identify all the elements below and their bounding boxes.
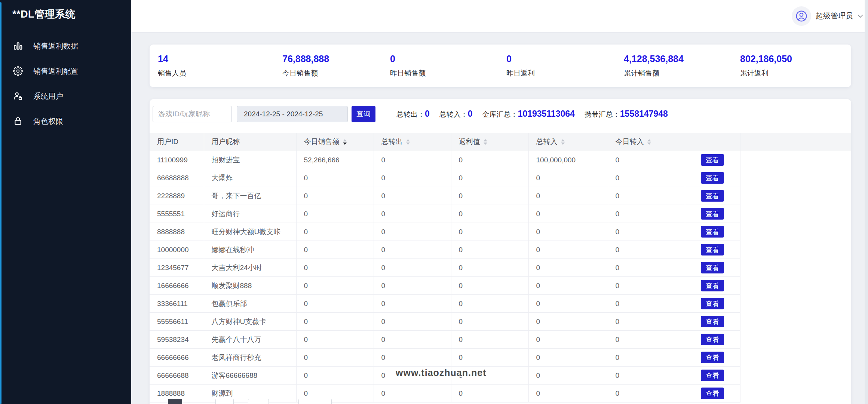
- cell-user-id: 16666666: [150, 277, 204, 295]
- cell-user-id: 8888888: [150, 223, 204, 241]
- cell-action: 查看: [685, 241, 740, 259]
- cell-nickname: 八方财神U支薇卡: [204, 313, 296, 331]
- user-avatar-icon: [795, 10, 807, 22]
- column-header[interactable]: 返利值: [451, 133, 528, 151]
- search-input[interactable]: [153, 106, 232, 122]
- summary-item: 总转出：0: [396, 109, 430, 119]
- cell-nickname: 游客66666688: [204, 367, 296, 385]
- cell-action: 查看: [685, 277, 740, 295]
- cell-action: 查看: [685, 205, 740, 223]
- cell-action: 查看: [685, 151, 740, 169]
- lock-icon: [13, 116, 23, 126]
- stat-label: 昨日返利: [506, 68, 535, 78]
- topbar: 超级管理员: [131, 0, 868, 32]
- date-range-input[interactable]: 2024-12-25 - 2024-12-25: [237, 106, 348, 122]
- view-button[interactable]: 查看: [701, 208, 724, 220]
- view-button[interactable]: 查看: [701, 316, 724, 327]
- cell-total-out: 0: [374, 313, 451, 331]
- cell-total-in: 0: [528, 169, 608, 187]
- cell-today-in: 0: [608, 169, 685, 187]
- column-header-label: 今日销售额: [304, 138, 340, 146]
- cell-rebate: 0: [451, 169, 528, 187]
- view-button[interactable]: 查看: [701, 352, 724, 363]
- stat-item: 76,888,888今日销售额: [282, 53, 329, 78]
- query-button[interactable]: 查询: [352, 106, 375, 122]
- view-button[interactable]: 查看: [701, 334, 724, 345]
- table-row: 11100999招财进宝52,266,66600100,000,0000查看: [150, 151, 851, 169]
- view-button[interactable]: 查看: [701, 226, 724, 238]
- user-name: 超级管理员: [816, 11, 853, 21]
- pagination-page-size-select[interactable]: [298, 399, 332, 404]
- summary-bar: 总转出：0总转入：0金库汇总：101935113064携带汇总：15581479…: [396, 106, 668, 122]
- cell-rebate: 0: [451, 205, 528, 223]
- summary-value: 0: [425, 109, 430, 119]
- summary-label: 总转出：: [396, 110, 425, 118]
- user-menu[interactable]: 超级管理员: [792, 0, 865, 32]
- sort-carets-icon[interactable]: [647, 139, 651, 145]
- cell-empty: [740, 187, 851, 205]
- stat-value: 14: [158, 53, 186, 64]
- cell-today-in: 0: [608, 295, 685, 313]
- column-header[interactable]: 今日销售额: [296, 133, 374, 151]
- view-button[interactable]: 查看: [701, 262, 724, 273]
- column-header-label: 今日转入: [616, 138, 644, 146]
- stat-label: 销售人员: [158, 68, 186, 78]
- view-button[interactable]: 查看: [701, 154, 724, 166]
- pagination-button[interactable]: [248, 399, 269, 404]
- scrollbar[interactable]: [865, 0, 868, 404]
- cell-total-out: 0: [374, 187, 451, 205]
- cell-action: 查看: [685, 169, 740, 187]
- cell-today-in: 0: [608, 331, 685, 349]
- cell-today-sales: 0: [296, 313, 374, 331]
- pagination-active-page-button[interactable]: [168, 399, 182, 404]
- table-row: 55556611八方财神U支薇卡00000查看: [150, 313, 851, 331]
- summary-label: 携带汇总：: [585, 110, 620, 118]
- table-row: 8888888旺分财神大额U微支咔00000查看: [150, 223, 851, 241]
- cell-rebate: 0: [451, 259, 528, 277]
- table-row: 66666688游客6666668800000查看: [150, 367, 851, 385]
- cell-today-sales: 0: [296, 223, 374, 241]
- sidebar-item[interactable]: 角色权限: [0, 113, 131, 129]
- stat-value: 802,186,050: [740, 53, 792, 64]
- cell-total-in: 0: [528, 313, 608, 331]
- cell-action: 查看: [685, 295, 740, 313]
- cell-today-sales: 0: [296, 169, 374, 187]
- sort-carets-icon[interactable]: [343, 139, 347, 145]
- table-row: 10000000娜娜在线秒冲00000查看: [150, 241, 851, 259]
- cell-total-in: 0: [528, 187, 608, 205]
- stat-label: 昨日销售额: [390, 68, 426, 78]
- view-button[interactable]: 查看: [701, 280, 724, 291]
- pagination-button[interactable]: [215, 399, 234, 404]
- view-button[interactable]: 查看: [701, 298, 724, 309]
- sort-carets-icon[interactable]: [484, 139, 487, 145]
- sidebar-item[interactable]: 销售返利配置: [0, 63, 131, 79]
- sort-carets-icon[interactable]: [561, 139, 565, 145]
- cell-total-in: 0: [528, 277, 608, 295]
- sort-carets-icon[interactable]: [406, 139, 410, 145]
- sidebar-item-label: 角色权限: [33, 116, 63, 126]
- view-button[interactable]: 查看: [701, 244, 724, 255]
- column-header[interactable]: 今日转入: [608, 133, 685, 151]
- cell-user-id: 59538234: [150, 331, 204, 349]
- cell-action: 查看: [685, 349, 740, 367]
- cell-action: 查看: [685, 385, 740, 403]
- sidebar-item[interactable]: 系统用户: [0, 88, 131, 104]
- column-header[interactable]: 总转出: [374, 133, 451, 151]
- cell-total-out: 0: [374, 385, 451, 403]
- avatar[interactable]: [792, 6, 811, 26]
- column-header[interactable]: 总转入: [528, 133, 608, 151]
- cell-empty: [740, 205, 851, 223]
- stat-label: 累计返利: [740, 68, 792, 78]
- sidebar-item-label: 销售返利数据: [33, 41, 78, 51]
- cell-total-out: 0: [374, 331, 451, 349]
- view-button[interactable]: 查看: [701, 370, 724, 381]
- sidebar-item[interactable]: 销售返利数据: [0, 38, 131, 54]
- date-range-value: 2024-12-25 - 2024-12-25: [244, 110, 323, 118]
- table-card: 2024-12-25 - 2024-12-25 查询 总转出：0总转入：0金库汇…: [150, 99, 851, 404]
- stats-card: 14销售人员76,888,888今日销售额0昨日销售额0昨日返利4,128,53…: [150, 45, 851, 87]
- column-header-label: 用户ID: [157, 138, 178, 146]
- view-button[interactable]: 查看: [701, 172, 724, 184]
- view-button[interactable]: 查看: [701, 190, 724, 202]
- view-button[interactable]: 查看: [701, 388, 724, 399]
- cell-empty: [740, 259, 851, 277]
